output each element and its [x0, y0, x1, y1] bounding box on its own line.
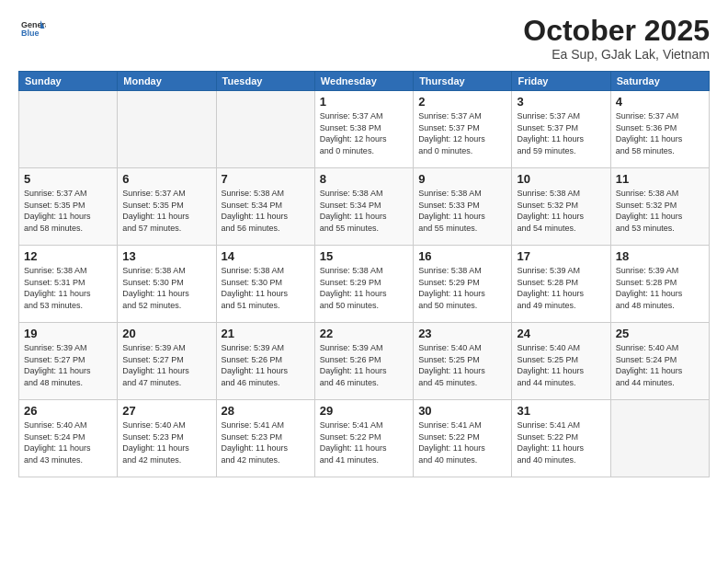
svg-text:Blue: Blue — [21, 29, 40, 38]
week-row-3: 12Sunrise: 5:38 AM Sunset: 5:31 PM Dayli… — [19, 246, 710, 323]
calendar-cell: 14Sunrise: 5:38 AM Sunset: 5:30 PM Dayli… — [216, 246, 314, 323]
day-number: 10 — [517, 172, 605, 186]
location: Ea Sup, GJak Lak, Vietnam — [523, 47, 710, 62]
day-number: 21 — [222, 327, 310, 340]
day-info: Sunrise: 5:38 AM Sunset: 5:30 PM Dayligh… — [222, 265, 310, 311]
day-info: Sunrise: 5:38 AM Sunset: 5:34 PM Dayligh… — [320, 188, 408, 234]
calendar-cell: 27Sunrise: 5:40 AM Sunset: 5:23 PM Dayli… — [118, 400, 216, 477]
day-number: 4 — [616, 95, 704, 109]
calendar-cell: 28Sunrise: 5:41 AM Sunset: 5:23 PM Dayli… — [216, 400, 314, 477]
day-info: Sunrise: 5:39 AM Sunset: 5:28 PM Dayligh… — [616, 265, 704, 311]
calendar-cell: 25Sunrise: 5:40 AM Sunset: 5:24 PM Dayli… — [610, 323, 709, 400]
calendar-cell: 22Sunrise: 5:39 AM Sunset: 5:26 PM Dayli… — [314, 323, 413, 400]
calendar-cell — [118, 91, 216, 168]
day-number: 17 — [517, 249, 605, 263]
calendar-cell: 21Sunrise: 5:39 AM Sunset: 5:26 PM Dayli… — [216, 323, 314, 400]
day-number: 22 — [320, 327, 408, 340]
calendar-cell: 11Sunrise: 5:38 AM Sunset: 5:32 PM Dayli… — [610, 168, 709, 246]
calendar-cell: 17Sunrise: 5:39 AM Sunset: 5:28 PM Dayli… — [512, 246, 610, 323]
day-info: Sunrise: 5:37 AM Sunset: 5:37 PM Dayligh… — [418, 110, 506, 156]
day-number: 25 — [616, 327, 704, 340]
day-info: Sunrise: 5:38 AM Sunset: 5:32 PM Dayligh… — [616, 188, 704, 234]
calendar-cell: 13Sunrise: 5:38 AM Sunset: 5:30 PM Dayli… — [118, 246, 216, 323]
weekday-wednesday: Wednesday — [314, 72, 413, 91]
title-block: October 2025 Ea Sup, GJak Lak, Vietnam — [523, 15, 710, 62]
day-info: Sunrise: 5:39 AM Sunset: 5:26 PM Dayligh… — [320, 342, 408, 388]
week-row-1: 1Sunrise: 5:37 AM Sunset: 5:38 PM Daylig… — [19, 91, 710, 168]
calendar-cell: 7Sunrise: 5:38 AM Sunset: 5:34 PM Daylig… — [216, 168, 314, 246]
calendar-cell: 19Sunrise: 5:39 AM Sunset: 5:27 PM Dayli… — [19, 323, 118, 400]
calendar-cell: 6Sunrise: 5:37 AM Sunset: 5:35 PM Daylig… — [118, 168, 216, 246]
day-number: 18 — [616, 249, 704, 263]
day-info: Sunrise: 5:39 AM Sunset: 5:28 PM Dayligh… — [517, 265, 605, 311]
calendar-cell — [19, 91, 118, 168]
day-number: 16 — [418, 249, 506, 263]
day-info: Sunrise: 5:41 AM Sunset: 5:22 PM Dayligh… — [320, 419, 408, 465]
calendar-cell: 10Sunrise: 5:38 AM Sunset: 5:32 PM Dayli… — [512, 168, 610, 246]
day-info: Sunrise: 5:38 AM Sunset: 5:34 PM Dayligh… — [222, 188, 310, 234]
day-info: Sunrise: 5:37 AM Sunset: 5:38 PM Dayligh… — [320, 110, 408, 156]
calendar-cell: 29Sunrise: 5:41 AM Sunset: 5:22 PM Dayli… — [314, 400, 413, 477]
calendar-cell: 18Sunrise: 5:39 AM Sunset: 5:28 PM Dayli… — [610, 246, 709, 323]
day-info: Sunrise: 5:37 AM Sunset: 5:35 PM Dayligh… — [122, 188, 210, 234]
day-number: 7 — [222, 172, 310, 186]
day-info: Sunrise: 5:41 AM Sunset: 5:23 PM Dayligh… — [222, 419, 310, 465]
calendar-cell: 9Sunrise: 5:38 AM Sunset: 5:33 PM Daylig… — [414, 168, 512, 246]
day-number: 13 — [122, 249, 210, 263]
day-number: 11 — [616, 172, 704, 186]
day-info: Sunrise: 5:38 AM Sunset: 5:29 PM Dayligh… — [418, 265, 506, 311]
weekday-thursday: Thursday — [414, 72, 512, 91]
day-info: Sunrise: 5:38 AM Sunset: 5:30 PM Dayligh… — [122, 265, 210, 311]
logo: General Blue — [18, 15, 46, 42]
week-row-2: 5Sunrise: 5:37 AM Sunset: 5:35 PM Daylig… — [19, 168, 710, 246]
day-info: Sunrise: 5:40 AM Sunset: 5:24 PM Dayligh… — [24, 419, 112, 465]
weekday-monday: Monday — [118, 72, 216, 91]
calendar-cell — [610, 400, 709, 477]
day-number: 3 — [517, 95, 605, 109]
logo-icon: General Blue — [18, 15, 46, 42]
day-info: Sunrise: 5:37 AM Sunset: 5:36 PM Dayligh… — [616, 110, 704, 156]
day-number: 30 — [418, 404, 506, 418]
calendar-cell: 2Sunrise: 5:37 AM Sunset: 5:37 PM Daylig… — [414, 91, 512, 168]
calendar-cell: 3Sunrise: 5:37 AM Sunset: 5:37 PM Daylig… — [512, 91, 610, 168]
calendar-cell: 20Sunrise: 5:39 AM Sunset: 5:27 PM Dayli… — [118, 323, 216, 400]
calendar-cell: 16Sunrise: 5:38 AM Sunset: 5:29 PM Dayli… — [414, 246, 512, 323]
week-row-5: 26Sunrise: 5:40 AM Sunset: 5:24 PM Dayli… — [19, 400, 710, 477]
calendar-cell: 26Sunrise: 5:40 AM Sunset: 5:24 PM Dayli… — [19, 400, 118, 477]
day-info: Sunrise: 5:40 AM Sunset: 5:23 PM Dayligh… — [122, 419, 210, 465]
calendar-cell: 23Sunrise: 5:40 AM Sunset: 5:25 PM Dayli… — [414, 323, 512, 400]
day-info: Sunrise: 5:38 AM Sunset: 5:31 PM Dayligh… — [24, 265, 112, 311]
day-info: Sunrise: 5:37 AM Sunset: 5:37 PM Dayligh… — [517, 110, 605, 156]
day-number: 6 — [122, 172, 210, 186]
calendar-table: SundayMondayTuesdayWednesdayThursdayFrid… — [18, 71, 710, 477]
day-number: 19 — [24, 327, 112, 340]
day-number: 15 — [320, 249, 408, 263]
day-info: Sunrise: 5:39 AM Sunset: 5:27 PM Dayligh… — [24, 342, 112, 388]
weekday-header-row: SundayMondayTuesdayWednesdayThursdayFrid… — [19, 72, 710, 91]
day-number: 23 — [418, 327, 506, 340]
month-title: October 2025 — [523, 15, 710, 47]
day-number: 9 — [418, 172, 506, 186]
weekday-friday: Friday — [512, 72, 610, 91]
calendar-cell: 30Sunrise: 5:41 AM Sunset: 5:22 PM Dayli… — [414, 400, 512, 477]
weekday-saturday: Saturday — [610, 72, 709, 91]
calendar-cell: 24Sunrise: 5:40 AM Sunset: 5:25 PM Dayli… — [512, 323, 610, 400]
calendar-cell: 5Sunrise: 5:37 AM Sunset: 5:35 PM Daylig… — [19, 168, 118, 246]
page-header: General Blue October 2025 Ea Sup, GJak L… — [18, 15, 710, 62]
calendar-cell — [216, 91, 314, 168]
day-info: Sunrise: 5:38 AM Sunset: 5:33 PM Dayligh… — [418, 188, 506, 234]
day-info: Sunrise: 5:38 AM Sunset: 5:32 PM Dayligh… — [517, 188, 605, 234]
day-number: 26 — [24, 404, 112, 418]
day-number: 28 — [222, 404, 310, 418]
calendar-cell: 12Sunrise: 5:38 AM Sunset: 5:31 PM Dayli… — [19, 246, 118, 323]
weekday-sunday: Sunday — [19, 72, 118, 91]
day-number: 27 — [122, 404, 210, 418]
day-info: Sunrise: 5:40 AM Sunset: 5:25 PM Dayligh… — [517, 342, 605, 388]
day-number: 31 — [517, 404, 605, 418]
day-number: 12 — [24, 249, 112, 263]
day-number: 24 — [517, 327, 605, 340]
calendar-cell: 15Sunrise: 5:38 AM Sunset: 5:29 PM Dayli… — [314, 246, 413, 323]
day-info: Sunrise: 5:37 AM Sunset: 5:35 PM Dayligh… — [24, 188, 112, 234]
day-info: Sunrise: 5:38 AM Sunset: 5:29 PM Dayligh… — [320, 265, 408, 311]
day-info: Sunrise: 5:40 AM Sunset: 5:24 PM Dayligh… — [616, 342, 704, 388]
